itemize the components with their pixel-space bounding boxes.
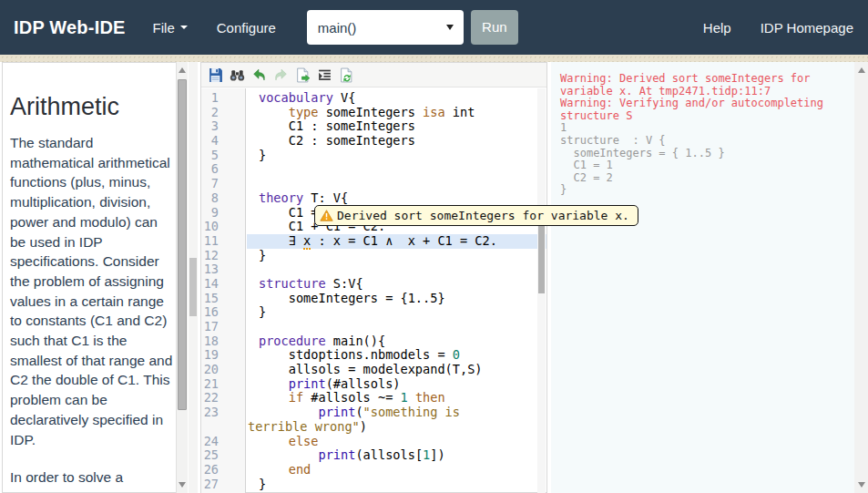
code-line[interactable]: terrible wrong")	[201, 420, 546, 435]
code-text: procedure main(){	[247, 334, 546, 349]
doc-scroll-thumb[interactable]	[178, 79, 187, 410]
code-text	[247, 177, 546, 191]
editor-scroll-thumb[interactable]	[538, 218, 545, 293]
redo-icon[interactable]	[273, 67, 289, 83]
code-text: someIntegers = {1..5}	[247, 292, 546, 306]
doc-scrollbar[interactable]	[176, 62, 188, 493]
find-icon[interactable]	[230, 67, 245, 83]
code-line[interactable]: 21 print(#allsols)	[201, 377, 546, 392]
file-menu[interactable]: File	[153, 20, 188, 36]
line-number: 15	[201, 292, 247, 306]
line-number: 17	[201, 320, 247, 334]
code-line[interactable]: 11 ∃ x : x = C1 ∧ x + C1 = C2.	[201, 234, 546, 249]
output-line: 1	[560, 122, 847, 135]
line-number: 19	[201, 348, 247, 363]
code-line[interactable]: 25 print(allsols[1])	[201, 448, 546, 463]
output-line: C1 = 1	[560, 159, 847, 172]
line-number: 27	[201, 478, 247, 492]
line-number: 9	[201, 206, 247, 221]
doc-title: Arithmetic	[10, 93, 175, 121]
code-line[interactable]: 22 if #allsols ~= 1 then	[201, 391, 546, 406]
editor-panel: 1vocabulary V{2 type someIntegers isa in…	[200, 62, 547, 493]
code-text: }	[247, 249, 546, 263]
documentation-content: Arithmetic The standard mathematical ari…	[3, 63, 177, 493]
line-number: 16	[201, 305, 247, 320]
code-line[interactable]: 18procedure main(){	[201, 334, 546, 349]
code-text: }	[247, 305, 546, 320]
code-text: print("something is	[247, 406, 546, 420]
code-line[interactable]: 2 type someIntegers isa int	[201, 106, 546, 120]
code-line[interactable]: 13	[201, 262, 546, 277]
line-number: 5	[201, 149, 247, 163]
reload-file-icon[interactable]	[339, 67, 354, 83]
code-line[interactable]: 14structure S:V{	[201, 277, 546, 292]
code-line[interactable]: 23 print("something is	[201, 406, 546, 420]
run-file-icon[interactable]	[295, 67, 311, 83]
line-number: 20	[201, 363, 247, 377]
line-number: 26	[201, 463, 247, 478]
code-line[interactable]: 4 C2 : someIntegers	[201, 134, 546, 149]
code-line[interactable]: 8theory T: V{	[201, 191, 546, 206]
code-line[interactable]: 17	[201, 320, 546, 334]
code-text: if #allsols ~= 1 then	[247, 391, 546, 406]
panel-scroll-thumb[interactable]	[189, 258, 197, 316]
code-text: C2 : someIntegers	[247, 134, 546, 149]
line-number: 18	[201, 334, 247, 349]
code-line[interactable]: 1vocabulary V{	[201, 91, 546, 106]
save-icon[interactable]	[208, 67, 223, 83]
code-line[interactable]: 7	[201, 177, 546, 191]
panel-scrollbar[interactable]	[189, 62, 198, 493]
output-scrollbar[interactable]	[854, 62, 868, 493]
code-line[interactable]: 3 C1 : someIntegers	[201, 119, 546, 134]
code-text: allsols = modelexpand(T,S)	[247, 363, 546, 377]
procedure-select[interactable]: main()	[307, 10, 464, 45]
line-number: 21	[201, 377, 247, 392]
line-number: 14	[201, 277, 247, 292]
line-number: 23	[201, 406, 247, 420]
doc-paragraphs: The standard mathematical arithmetical f…	[10, 133, 175, 493]
line-number: 4	[201, 134, 247, 149]
configure-menu[interactable]: Configure	[217, 20, 276, 36]
code-line[interactable]: 26 end	[201, 463, 546, 478]
code-editor[interactable]: 1vocabulary V{2 type someIntegers isa in…	[201, 88, 546, 493]
idp-homepage-link[interactable]: IDP Homepage	[761, 20, 853, 36]
doc-paragraph: The standard mathematical arithmetical f…	[10, 133, 175, 449]
scroll-up-arrow-icon[interactable]	[179, 67, 186, 73]
code-line[interactable]: 20 allsols = modelexpand(T,S)	[201, 363, 546, 377]
output-line: structure : V {	[560, 135, 847, 148]
code-line[interactable]: 24 else	[201, 435, 546, 449]
brand[interactable]: IDP Web-IDE	[14, 17, 126, 38]
doc-paragraph: In order to solve a concrete problem, we…	[10, 467, 175, 493]
line-number: 1	[201, 91, 247, 106]
code-text: else	[247, 435, 546, 449]
scroll-up-arrow-icon[interactable]	[858, 67, 865, 73]
documentation-panel: Arithmetic The standard mathematical ari…	[2, 62, 188, 493]
line-number: 10	[201, 220, 247, 234]
indent-icon[interactable]	[317, 67, 332, 83]
line-number: 3	[201, 119, 247, 134]
editor-scrollbar[interactable]	[537, 88, 546, 493]
output-warning-line: Warning: Derived sort someIntegers for v…	[560, 73, 847, 98]
code-line[interactable]: 12}	[201, 249, 546, 263]
undo-icon[interactable]	[251, 67, 267, 83]
help-link[interactable]: Help	[703, 20, 731, 36]
code-text: }	[247, 478, 546, 492]
app: { "navbar": { "brand": "IDP Web-IDE", "f…	[0, 0, 868, 493]
code-rows: 1vocabulary V{2 type someIntegers isa in…	[201, 91, 546, 493]
output-panel: Warning: Derived sort someIntegers for v…	[551, 62, 854, 493]
scroll-down-arrow-icon[interactable]	[179, 482, 186, 488]
select-arrow-icon	[446, 25, 454, 30]
editor-tooltip: Derived sort someIntegers for variable x…	[314, 205, 638, 226]
code-text: theory T: V{	[247, 191, 546, 206]
output-line: someIntegers = { 1..5 }	[560, 148, 847, 160]
code-line[interactable]: 15 someIntegers = {1..5}	[201, 292, 546, 306]
code-line[interactable]: 6	[201, 162, 546, 177]
code-line[interactable]: 27}	[201, 478, 546, 492]
file-menu-label: File	[153, 20, 175, 36]
run-button[interactable]: Run	[471, 10, 518, 45]
scroll-down-arrow-icon[interactable]	[858, 482, 865, 488]
code-text: type someIntegers isa int	[247, 106, 546, 120]
code-line[interactable]: 5}	[201, 149, 546, 163]
code-line[interactable]: 16}	[201, 305, 546, 320]
code-line[interactable]: 19 stdoptions.nbmodels = 0	[201, 348, 546, 363]
